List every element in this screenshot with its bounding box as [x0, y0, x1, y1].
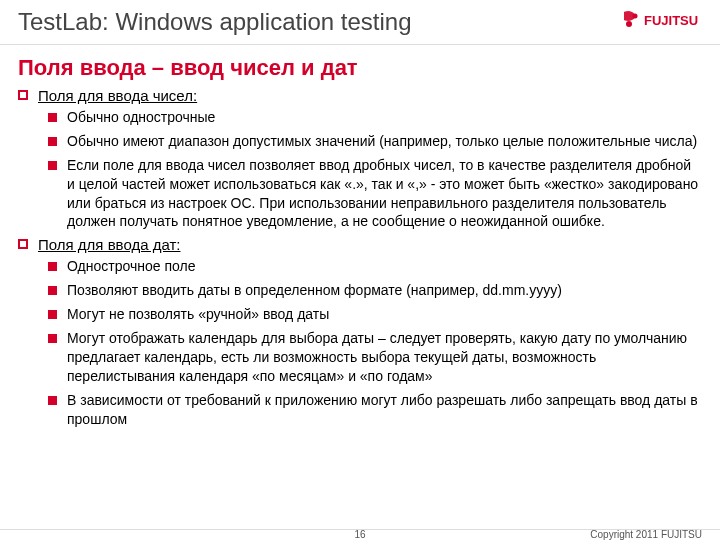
list-item: В зависимости от требований к приложению…: [48, 391, 700, 429]
hollow-bullet-icon: [18, 239, 28, 249]
list-item: Однострочное поле: [48, 257, 700, 276]
section-items: Однострочное поле Позволяют вводить даты…: [28, 257, 700, 428]
section-dates: Поля для ввода дат: Однострочное поле По…: [28, 236, 700, 428]
bullet-icon: [48, 161, 57, 170]
header-title: TestLab: Windows application testing: [18, 8, 412, 36]
section-title: Поля для ввода дат:: [38, 236, 180, 253]
svg-point-1: [633, 14, 638, 19]
bullet-icon: [48, 310, 57, 319]
fujitsu-logo: FUJITSU: [622, 10, 702, 36]
bullet-icon: [48, 396, 57, 405]
page-number: 16: [354, 529, 365, 540]
item-text: Обычно имеют диапазон допустимых значени…: [67, 132, 700, 151]
hollow-bullet-icon: [18, 90, 28, 100]
section-numbers: Поля для ввода чисел: Обычно однострочны…: [28, 87, 700, 231]
bullet-icon: [48, 334, 57, 343]
item-text: Однострочное поле: [67, 257, 700, 276]
slide-header: TestLab: Windows application testing FUJ…: [0, 0, 720, 40]
bullet-icon: [48, 286, 57, 295]
logo-text: FUJITSU: [644, 13, 698, 28]
list-item: Могут отображать календарь для выбора да…: [48, 329, 700, 386]
copyright-text: Copyright 2011 FUJITSU: [590, 529, 702, 540]
section-head: Поля для ввода чисел:: [28, 87, 700, 104]
slide-subtitle: Поля ввода – ввод чисел и дат: [0, 45, 720, 87]
item-text: Если поле для ввода чисел позволяет ввод…: [67, 156, 700, 232]
item-text: В зависимости от требований к приложению…: [67, 391, 700, 429]
bullet-icon: [48, 137, 57, 146]
section-head: Поля для ввода дат:: [28, 236, 700, 253]
list-item: Позволяют вводить даты в определенном фо…: [48, 281, 700, 300]
section-title: Поля для ввода чисел:: [38, 87, 197, 104]
list-item: Могут не позволять «ручной» ввод даты: [48, 305, 700, 324]
bullet-icon: [48, 262, 57, 271]
svg-point-0: [626, 21, 632, 27]
section-items: Обычно однострочные Обычно имеют диапазо…: [28, 108, 700, 231]
item-text: Обычно однострочные: [67, 108, 700, 127]
list-item: Обычно имеют диапазон допустимых значени…: [48, 132, 700, 151]
slide-footer: 16 Copyright 2011 FUJITSU: [0, 529, 720, 534]
list-item: Обычно однострочные: [48, 108, 700, 127]
bullet-icon: [48, 113, 57, 122]
item-text: Могут отображать календарь для выбора да…: [67, 329, 700, 386]
item-text: Могут не позволять «ручной» ввод даты: [67, 305, 700, 324]
list-item: Если поле для ввода чисел позволяет ввод…: [48, 156, 700, 232]
slide-content: Поля для ввода чисел: Обычно однострочны…: [0, 87, 720, 428]
item-text: Позволяют вводить даты в определенном фо…: [67, 281, 700, 300]
